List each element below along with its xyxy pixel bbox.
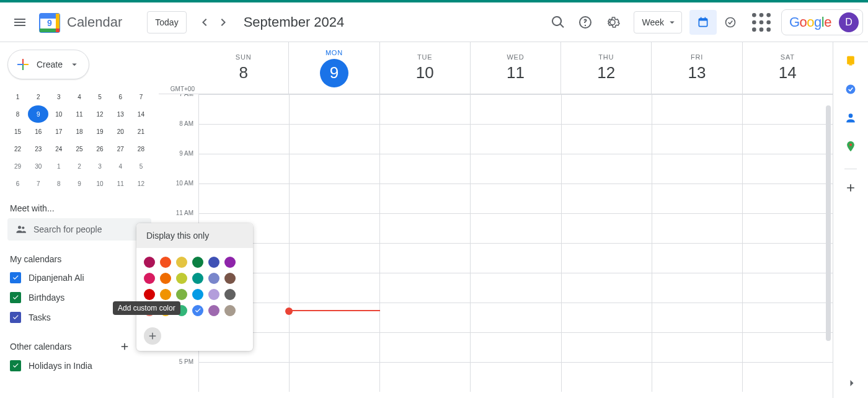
hour-cell[interactable] bbox=[742, 184, 833, 213]
mini-cal-day[interactable]: 15 bbox=[7, 123, 28, 140]
hour-cell[interactable] bbox=[198, 94, 289, 124]
day-number[interactable]: 12 bbox=[597, 63, 615, 82]
hour-cell[interactable] bbox=[379, 94, 470, 124]
hour-cell[interactable] bbox=[652, 124, 742, 154]
hour-cell[interactable] bbox=[470, 94, 560, 124]
hour-cell[interactable] bbox=[470, 154, 560, 184]
mini-cal-day[interactable]: 7 bbox=[131, 88, 151, 105]
hour-cell[interactable] bbox=[561, 184, 652, 213]
mini-cal-day[interactable]: 19 bbox=[90, 123, 110, 140]
time-grid[interactable]: 7 AM8 AM9 AM10 AM11 AM5 PM bbox=[159, 94, 833, 398]
color-swatch[interactable] bbox=[176, 273, 187, 284]
tasks-addon-button[interactable] bbox=[838, 77, 863, 102]
color-swatch[interactable] bbox=[208, 289, 219, 300]
hour-cell[interactable] bbox=[561, 154, 652, 184]
hour-cell[interactable] bbox=[470, 124, 560, 154]
hour-cell[interactable] bbox=[198, 154, 289, 184]
keep-addon-button[interactable] bbox=[838, 48, 863, 73]
hour-cell[interactable] bbox=[198, 184, 289, 213]
contacts-addon-button[interactable] bbox=[838, 105, 863, 130]
calendar-list-item[interactable]: Dipanjenah Ali bbox=[7, 268, 151, 288]
color-swatch[interactable] bbox=[144, 273, 155, 284]
main-menu-button[interactable] bbox=[5, 7, 35, 37]
hour-cell[interactable] bbox=[198, 124, 289, 154]
maps-addon-button[interactable] bbox=[838, 134, 863, 159]
next-period-button[interactable] bbox=[214, 12, 234, 32]
color-swatch[interactable] bbox=[192, 289, 203, 300]
mini-cal-day[interactable]: 8 bbox=[7, 105, 28, 123]
mini-cal-day[interactable]: 22 bbox=[7, 140, 28, 157]
mini-cal-day[interactable]: 1 bbox=[7, 88, 28, 105]
avatar[interactable]: D bbox=[839, 12, 859, 32]
hour-cell[interactable] bbox=[289, 362, 379, 392]
hour-cell[interactable] bbox=[561, 362, 652, 392]
hour-cell[interactable] bbox=[561, 243, 652, 273]
mini-cal-day[interactable]: 29 bbox=[7, 157, 28, 175]
mini-cal-day[interactable]: 30 bbox=[28, 157, 48, 175]
hour-cell[interactable] bbox=[289, 184, 379, 213]
create-button[interactable]: Create bbox=[7, 50, 89, 79]
other-calendars-title[interactable]: Other calendars bbox=[10, 342, 72, 352]
scrollbar[interactable] bbox=[826, 105, 831, 341]
color-swatch[interactable] bbox=[176, 257, 187, 268]
hour-cell[interactable] bbox=[470, 243, 560, 273]
color-swatch[interactable] bbox=[160, 257, 171, 268]
mini-cal-day[interactable]: 10 bbox=[90, 175, 110, 192]
color-swatch[interactable] bbox=[224, 257, 236, 268]
hour-cell[interactable] bbox=[742, 243, 833, 273]
hour-cell[interactable] bbox=[379, 332, 470, 362]
day-column-header[interactable]: SUN8 bbox=[198, 42, 288, 94]
color-swatch[interactable] bbox=[224, 289, 236, 300]
calendar-view-toggle[interactable] bbox=[689, 10, 717, 35]
hour-cell[interactable] bbox=[379, 124, 470, 154]
hour-cell[interactable] bbox=[289, 332, 379, 362]
hour-cell[interactable] bbox=[652, 154, 742, 184]
hour-cell[interactable] bbox=[379, 213, 470, 243]
hour-cell[interactable] bbox=[652, 243, 742, 273]
day-column-header[interactable]: WED11 bbox=[470, 42, 560, 94]
hour-cell[interactable] bbox=[289, 243, 379, 273]
color-swatch[interactable] bbox=[176, 289, 187, 300]
mini-cal-day[interactable]: 9 bbox=[69, 175, 89, 192]
hour-cell[interactable] bbox=[742, 362, 833, 392]
hour-cell[interactable] bbox=[379, 243, 470, 273]
hour-cell[interactable] bbox=[561, 213, 652, 243]
help-button[interactable] bbox=[573, 10, 598, 35]
hour-cell[interactable] bbox=[379, 273, 470, 303]
mini-cal-day[interactable]: 9 bbox=[28, 105, 48, 123]
day-column-header[interactable]: SAT14 bbox=[742, 42, 833, 94]
mini-cal-day[interactable]: 25 bbox=[69, 140, 89, 157]
mini-cal-day[interactable]: 13 bbox=[110, 105, 131, 123]
hour-cell[interactable] bbox=[470, 184, 560, 213]
color-swatch[interactable] bbox=[192, 257, 203, 268]
mini-cal-day[interactable]: 14 bbox=[131, 105, 151, 123]
color-swatch[interactable] bbox=[208, 273, 219, 284]
day-number[interactable]: 10 bbox=[416, 63, 434, 82]
search-button[interactable] bbox=[546, 10, 570, 35]
color-swatch[interactable] bbox=[192, 305, 203, 316]
mini-cal-day[interactable]: 11 bbox=[110, 175, 131, 192]
mini-cal-day[interactable]: 23 bbox=[28, 140, 48, 157]
hour-cell[interactable] bbox=[742, 213, 833, 243]
mini-cal-day[interactable]: 12 bbox=[131, 175, 151, 192]
hour-cell[interactable] bbox=[470, 332, 560, 362]
mini-calendar[interactable]: 1234567891011121314151617181920212223242… bbox=[7, 88, 151, 192]
hour-cell[interactable] bbox=[742, 303, 833, 332]
hour-cell[interactable] bbox=[289, 94, 379, 124]
hour-cell[interactable] bbox=[561, 273, 652, 303]
day-number[interactable]: 9 bbox=[320, 59, 348, 87]
hour-cell[interactable] bbox=[742, 154, 833, 184]
color-swatch[interactable] bbox=[208, 305, 219, 316]
color-swatch[interactable] bbox=[144, 289, 155, 300]
day-column-header[interactable]: MON9 bbox=[288, 42, 379, 94]
mini-cal-day[interactable]: 12 bbox=[90, 105, 110, 123]
mini-cal-day[interactable]: 3 bbox=[90, 157, 110, 175]
color-swatch[interactable] bbox=[224, 305, 236, 316]
hour-cell[interactable] bbox=[470, 213, 560, 243]
day-column-header[interactable]: FRI13 bbox=[651, 42, 742, 94]
mini-cal-day[interactable]: 17 bbox=[48, 123, 69, 140]
hour-cell[interactable] bbox=[561, 124, 652, 154]
hour-cell[interactable] bbox=[742, 273, 833, 303]
hour-cell[interactable] bbox=[652, 213, 742, 243]
day-number[interactable]: 14 bbox=[779, 63, 797, 82]
